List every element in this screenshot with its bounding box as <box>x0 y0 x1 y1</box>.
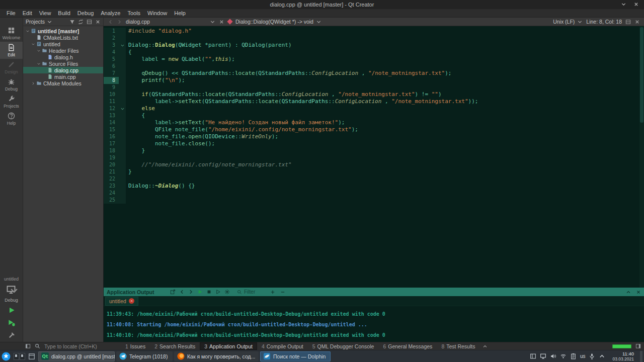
menu-item-window[interactable]: Window <box>144 9 171 18</box>
code-line[interactable]: 5 label = new QLabel("",this); <box>104 56 644 63</box>
tree-item-cmake-modules[interactable]: CMake Modules <box>23 80 103 86</box>
pane-button-general-messages[interactable]: 6General Messages <box>378 342 437 350</box>
locator-field[interactable]: Type to locate (Ctrl+K) <box>0 342 114 350</box>
split-editor-button[interactable] <box>625 19 631 25</box>
code-line[interactable]: 8 printf("\n"); <box>104 77 644 84</box>
code-line[interactable]: 3Dialog::Dialog(QWidget *parent) : QDial… <box>104 42 644 49</box>
split-icon[interactable] <box>87 19 92 25</box>
tree-expand-arrow[interactable] <box>25 29 30 34</box>
go-forward-button[interactable] <box>117 19 122 25</box>
close-window-button[interactable] <box>633 2 639 7</box>
desktop-cell-2[interactable] <box>20 353 25 360</box>
cursor-position-label[interactable]: Line: 8, Col: 18 <box>586 19 622 25</box>
chevron-right-icon[interactable] <box>188 289 194 295</box>
debug-run-button[interactable] <box>7 318 17 327</box>
toggle-right-sidebar-button[interactable] <box>635 343 641 349</box>
filter-icon[interactable] <box>69 19 75 25</box>
code-line[interactable]: 9 <box>104 84 644 91</box>
menu-item-tools[interactable]: Tools <box>124 9 144 18</box>
projects-panel-title[interactable]: Projects <box>26 19 45 25</box>
close-icon[interactable] <box>95 19 101 25</box>
gear-icon[interactable] <box>224 289 230 295</box>
code-line[interactable]: 25 <box>104 197 644 204</box>
collapse-icon[interactable] <box>626 290 631 295</box>
pane-button-issues[interactable]: 1Issues <box>121 342 150 350</box>
tree-expand-arrow[interactable] <box>31 81 36 86</box>
code-line[interactable]: 24 <box>104 190 644 197</box>
tree-item-untitled[interactable]: untitled <box>23 41 103 47</box>
show-desktop-icon[interactable] <box>28 353 35 360</box>
open-output-icon[interactable] <box>170 289 176 295</box>
tree-item-main-cpp[interactable]: main.cpp <box>23 73 103 80</box>
code-editor[interactable]: 1#include "dialog.h"23Dialog::Dialog(QWi… <box>104 26 644 288</box>
code-line[interactable]: 18 } <box>104 147 644 154</box>
code-line[interactable]: 15 QFile note_file("/home/eixini/.config… <box>104 126 644 133</box>
menu-item-file[interactable]: File <box>3 9 19 18</box>
chevron-left-icon[interactable] <box>179 289 185 295</box>
window-titlebar[interactable]: dialog.cpp @ untitled [master] - Qt Crea… <box>0 0 644 9</box>
pane-button-application-output[interactable]: 3Application Output <box>200 342 257 350</box>
open-document-chevron-icon[interactable] <box>210 19 215 25</box>
tree-expand-arrow[interactable] <box>31 42 36 47</box>
menu-item-analyze[interactable]: Analyze <box>97 9 124 18</box>
sync-icon[interactable] <box>78 19 84 25</box>
code-line[interactable]: 6 <box>104 63 644 70</box>
app-launcher-icon[interactable] <box>2 352 11 361</box>
code-line[interactable]: 13 { <box>104 112 644 119</box>
menu-item-build[interactable]: Build <box>54 9 73 18</box>
code-line[interactable]: 2 <box>104 35 644 42</box>
code-line[interactable]: 22 <box>104 175 644 183</box>
close-document-button[interactable] <box>219 19 224 25</box>
code-line[interactable]: 21} <box>104 168 644 175</box>
code-line[interactable]: 1#include "dialog.h" <box>104 28 644 35</box>
volume-icon[interactable] <box>550 353 556 359</box>
code-line[interactable]: 7 qDebug() << QStandardPaths::locate(QSt… <box>104 70 644 77</box>
tree-expand-arrow[interactable] <box>36 48 41 53</box>
open-document-selector[interactable]: dialog.cpp <box>126 19 215 25</box>
zoom-out-icon[interactable] <box>280 290 285 295</box>
encoding-selector[interactable]: Unix (LF) <box>553 19 583 25</box>
code-line[interactable]: 17 note_file.close(); <box>104 140 644 147</box>
clipboard-icon[interactable] <box>570 353 577 359</box>
code-line[interactable]: 12 else <box>104 105 644 112</box>
digital-clock[interactable]: 11:40 03.03.2021 <box>612 351 634 361</box>
tree-item-header-files[interactable]: Header Files <box>23 47 103 54</box>
tab-close-button[interactable] <box>129 298 134 304</box>
menu-item-edit[interactable]: Edit <box>19 9 36 18</box>
chevron-up-icon[interactable] <box>599 353 605 359</box>
task-button-4[interactable]: Поиск note — Dolphin <box>260 351 331 361</box>
run-icon[interactable] <box>197 289 203 295</box>
tree-item-dialog-h[interactable]: dialog.h <box>23 54 103 60</box>
pane-button-qml-debugger-console[interactable]: 5QML Debugger Console <box>308 342 379 350</box>
virtual-desktop-pager[interactable] <box>14 353 25 360</box>
menu-item-view[interactable]: View <box>36 9 55 18</box>
tree-item-source-files[interactable]: Source Files <box>23 60 103 67</box>
close-icon[interactable] <box>636 290 641 295</box>
display-icon[interactable] <box>540 353 546 359</box>
minimize-button[interactable] <box>621 2 626 7</box>
mode-tab-projects[interactable]: Projects <box>0 93 23 110</box>
pane-button-compile-output[interactable]: 4Compile Output <box>257 342 308 350</box>
mode-tab-help[interactable]: Help <box>0 110 23 127</box>
mic-icon[interactable] <box>589 353 595 359</box>
tree-item-cmakelists-txt[interactable]: CMakeLists.txt <box>23 34 103 41</box>
rerun-icon[interactable] <box>215 289 221 295</box>
symbol-selector[interactable]: Dialog::Dialog(QWidget *) -> void <box>235 19 321 25</box>
zoom-in-icon[interactable] <box>270 290 275 295</box>
scrollbar-thumb[interactable] <box>640 27 643 123</box>
desktop-cell-1[interactable] <box>14 353 19 360</box>
code-line[interactable]: 19 <box>104 154 644 161</box>
keyboard-layout-indicator[interactable]: us <box>580 353 586 359</box>
code-line[interactable]: 4{ <box>104 49 644 56</box>
close-split-button[interactable] <box>634 19 640 25</box>
pane-menu-button[interactable] <box>479 342 491 350</box>
mode-tab-debug[interactable]: Debug <box>0 76 23 93</box>
task-button-1[interactable]: Qtdialog.cpp @ untitled [maste... <box>38 351 115 361</box>
panel-selector-chevron-icon[interactable] <box>47 19 52 25</box>
task-button-3[interactable]: Как я могу проверить, сод... <box>174 351 259 361</box>
pane-button-test-results[interactable]: 8Test Results <box>437 342 479 350</box>
go-back-button[interactable] <box>108 19 113 25</box>
output-filter-field[interactable]: Filter <box>237 289 255 295</box>
code-line[interactable]: 20 //"/home/eixini/.config/note_mornings… <box>104 161 644 168</box>
toggle-left-sidebar-button[interactable] <box>25 343 31 349</box>
